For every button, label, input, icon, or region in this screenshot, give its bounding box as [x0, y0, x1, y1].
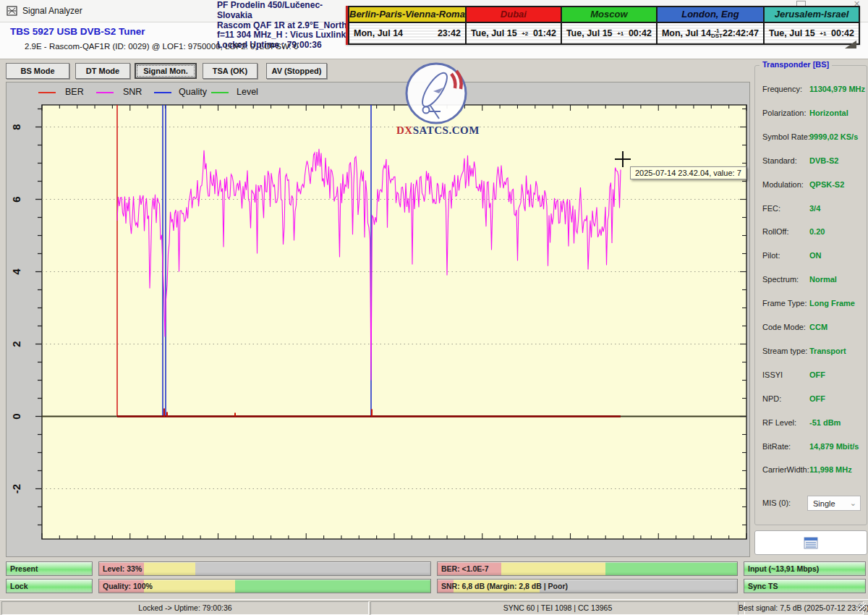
clock-city-label: Dubai	[467, 7, 561, 23]
site-info-line: Rascom QAF 1R at 2.9°E_North	[217, 21, 354, 31]
tab-tsa-ok[interactable]: TSA (OK)	[203, 63, 258, 79]
transponder-row-bitrate: BitRate:14,879 Mbit/s	[755, 442, 867, 454]
clock-time: 00:42	[831, 28, 854, 38]
transponder-groupbox: MIS (0): Single ⌄ Frequency:11304,979 MH…	[754, 65, 867, 525]
field-value: 11304,979 MHz	[809, 85, 865, 93]
crosshair-cursor	[622, 151, 624, 167]
transponder-row-spectrum: Spectrum:Normal	[755, 275, 867, 287]
indicator-lock: Lock	[6, 579, 93, 593]
clock-berlin-paris-vienna-roma: Berlin-Paris-Vienna-RomaMon, Jul 1423:42	[348, 6, 467, 45]
field-label: ISSYI	[762, 370, 783, 379]
app-icon	[7, 5, 18, 20]
tab-av-stopped[interactable]: AV (Stopped)	[266, 63, 327, 79]
transponder-row-symbol-rate: Symbol Rate:9999,02 KS/s	[755, 132, 867, 144]
transponder-row-polarization: Polarization:Horizontal	[755, 109, 867, 120]
transponder-row-stream-type: Stream type:Transport	[755, 347, 867, 358]
field-value: OFF	[809, 370, 825, 379]
clock-time-row: Tue, Jul 15+100:42	[562, 23, 656, 43]
logo-text-rest: SATCS.COM	[413, 124, 480, 136]
signal-chart[interactable]: 86420-2	[6, 82, 749, 556]
svg-text:4: 4	[10, 268, 22, 275]
clock-moscow: MoscowTue, Jul 15+100:42	[561, 6, 658, 45]
world-clocks[interactable]: Berlin-Paris-Vienna-RomaMon, Jul 1423:42…	[346, 6, 860, 45]
indicator-input-13-91-mbps: Input (~13,91 Mbps)	[744, 561, 866, 576]
field-value: DVB-S2	[809, 156, 838, 165]
clock-time: 01:42	[533, 28, 556, 38]
clock-city-label: Moscow	[562, 7, 656, 23]
transponder-row-rf-level: RF Level:-51 dBm	[755, 418, 867, 430]
clock-date: Tue, Jul 15	[769, 28, 815, 38]
mis-dropdown[interactable]: Single ⌄	[807, 496, 861, 511]
chevron-down-icon: ⌄	[850, 496, 856, 510]
clock-city-label: Jerusalem-Israel	[765, 7, 859, 23]
statusbar-section-2: Best signal: 7,5 dB (2025-07-12 23:58)	[738, 601, 864, 615]
field-label: RF Level:	[762, 418, 796, 427]
transponder-row-pilot: Pilot:ON	[755, 251, 867, 263]
statusbar-section-0: Locked -> Uptime: 79:00:36	[1, 601, 369, 615]
logo-text-dx: DX	[396, 124, 413, 136]
site-info-line: f=11 304 MHz_H : Vicus Luxlink	[217, 30, 354, 41]
clock-city-label: Berlin-Paris-Vienna-Roma	[349, 7, 465, 23]
field-label: Code Mode:	[762, 323, 806, 331]
field-label: Polarization:	[762, 109, 807, 117]
svg-text:2: 2	[10, 341, 22, 347]
field-value: Transport	[809, 347, 846, 355]
field-label: Stream type:	[762, 347, 807, 355]
clock-time-row: Mon, Jul 14-1DST22:42:47	[658, 23, 763, 43]
tab-dt-mode[interactable]: DT Mode	[75, 63, 130, 79]
clock-utc-offset: +2	[517, 31, 533, 36]
field-label: RollOff:	[762, 227, 788, 236]
transport-list-button[interactable]	[754, 530, 867, 555]
field-value: QPSK-S2	[809, 180, 844, 189]
site-info-line: PF Prodelin 450/Lučenec-Slovakia	[217, 1, 354, 21]
indicator-snr: SNR: 6,8 dB (Margin: 2,8 dB | Poor)	[437, 579, 738, 593]
field-value: 11,998 MHz	[809, 465, 852, 474]
svg-text:0: 0	[10, 413, 22, 419]
clock-utc-offset: +1	[815, 31, 831, 36]
transponder-row-modulation: Modulation:QPSK-S2	[755, 180, 867, 192]
clock-date: Mon, Jul 14	[662, 28, 711, 38]
field-label: Frequency:	[762, 85, 802, 93]
field-value: Long Frame	[809, 299, 855, 308]
resize-grip[interactable]	[858, 603, 867, 612]
window-title: Signal Analyzer	[22, 6, 82, 16]
tab-bs-mode[interactable]: BS Mode	[6, 63, 69, 79]
transponder-row-frequency: Frequency:11304,979 MHz	[755, 85, 867, 96]
logo-text: DXSATCS.COM	[396, 124, 476, 137]
satellite-dish-icon	[399, 61, 474, 126]
field-value: 14,879 Mbit/s	[809, 442, 859, 451]
svg-text:-2: -2	[10, 484, 22, 493]
transponder-row-standard: Standard:DVB-S2	[755, 156, 867, 168]
field-value: -51 dBm	[809, 418, 841, 427]
list-icon	[803, 537, 819, 549]
transponder-row-npd: NPD:OFF	[755, 394, 867, 406]
clock-date: Tue, Jul 15	[566, 28, 613, 38]
chart-tooltip: 2025-07-14 23.42.04, value: 7	[630, 166, 746, 179]
statusbar-section-1: SYNC 60 | TEI 1098 | CC 13965	[370, 601, 745, 615]
field-label: Symbol Rate:	[762, 132, 810, 141]
svg-text:6: 6	[10, 196, 22, 202]
mis-label: MIS (0):	[762, 499, 791, 507]
field-label: FEC:	[762, 204, 780, 213]
clock-dubai: DubaiTue, Jul 15+201:42	[465, 6, 562, 45]
clock-time: 22:42:47	[723, 28, 759, 38]
field-label: Spectrum:	[762, 275, 799, 284]
field-value: 0.20	[809, 227, 825, 236]
clock-time-row: Mon, Jul 1423:42	[349, 23, 465, 43]
field-label: Pilot:	[762, 251, 780, 260]
tab-signal-mon[interactable]: Signal Mon.	[135, 63, 197, 79]
clock-utc-offset: -1DST	[711, 28, 723, 38]
dxsatcs-logo: DXSATCS.COM	[396, 61, 476, 137]
clock-date: Tue, Jul 15	[471, 28, 517, 38]
mis-row: MIS (0): Single ⌄	[755, 496, 867, 512]
clock-time: 23:42	[438, 28, 461, 38]
clock-widget-grip[interactable]	[845, 41, 856, 48]
field-label: BitRate:	[762, 442, 791, 451]
field-value: Normal	[809, 275, 837, 284]
field-value: 9999,02 KS/s	[809, 132, 858, 141]
transponder-panel-title: Transponder [BS]	[760, 60, 832, 69]
clock-city-label: London, Eng	[658, 7, 763, 23]
transponder-row-issyi: ISSYIOFF	[755, 370, 867, 382]
field-label: Frame Type:	[762, 299, 807, 308]
indicator-level: Level: 33%	[98, 561, 431, 576]
